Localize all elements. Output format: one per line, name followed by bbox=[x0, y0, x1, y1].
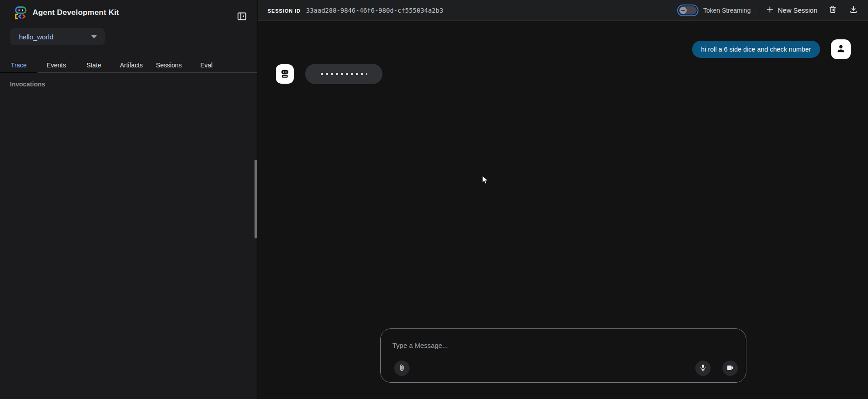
trash-icon bbox=[828, 5, 838, 16]
sidebar: Agent Development Kit hello_world Trace … bbox=[0, 0, 257, 399]
topbar-actions: Token Streaming New Session bbox=[677, 4, 860, 17]
robot-icon bbox=[279, 67, 291, 81]
agent-select-dropdown[interactable]: hello_world bbox=[10, 28, 105, 45]
adk-robot-logo-icon bbox=[14, 5, 28, 20]
chevron-down-icon bbox=[91, 35, 97, 38]
collapse-panel-button[interactable] bbox=[235, 10, 249, 24]
token-streaming-label: Token Streaming bbox=[703, 7, 750, 14]
mic-button[interactable] bbox=[695, 361, 711, 376]
adk-app: Agent Development Kit hello_world Trace … bbox=[0, 0, 868, 399]
tab-eval[interactable]: Eval bbox=[188, 57, 225, 73]
toggle-dash-icon bbox=[681, 10, 685, 11]
invocations-section-label: Invocations bbox=[10, 81, 45, 88]
videocam-icon bbox=[726, 363, 735, 374]
new-session-label: New Session bbox=[778, 6, 817, 14]
token-streaming-toggle[interactable] bbox=[677, 5, 698, 16]
video-button[interactable] bbox=[722, 361, 738, 376]
sidebar-header: Agent Development Kit bbox=[0, 0, 257, 26]
agent-select-value: hello_world bbox=[19, 33, 91, 41]
agent-message-row bbox=[276, 64, 382, 84]
collapse-panel-icon bbox=[236, 11, 247, 23]
tab-sessions[interactable]: Sessions bbox=[150, 57, 188, 73]
person-icon bbox=[835, 43, 847, 56]
plus-icon bbox=[765, 5, 774, 15]
session-id-value: 33aad288-9846-46f6-980d-cf555034a2b3 bbox=[306, 7, 443, 14]
sidebar-scrollbar-thumb[interactable] bbox=[255, 160, 257, 238]
message-input[interactable] bbox=[392, 337, 664, 353]
tab-events[interactable]: Events bbox=[38, 57, 75, 73]
session-id-label: SESSION ID bbox=[268, 8, 301, 14]
user-message-bubble: hi roll a 6 side dice and check number bbox=[692, 41, 820, 58]
chat-area: hi roll a 6 side dice and check number bbox=[258, 21, 868, 399]
toggle-track bbox=[679, 6, 697, 14]
sidebar-tabs: Trace Events State Artifacts Sessions Ev… bbox=[0, 57, 257, 73]
typing-indicator bbox=[305, 64, 382, 84]
tab-trace[interactable]: Trace bbox=[0, 57, 38, 73]
new-session-button[interactable]: New Session bbox=[765, 5, 817, 15]
user-avatar bbox=[831, 39, 851, 59]
session-info: SESSION ID 33aad288-9846-46f6-980d-cf555… bbox=[268, 7, 443, 14]
paperclip-icon bbox=[397, 363, 406, 374]
user-message-row: hi roll a 6 side dice and check number bbox=[692, 39, 851, 59]
agent-avatar bbox=[276, 64, 294, 84]
mouse-cursor bbox=[481, 175, 491, 187]
tab-artifacts[interactable]: Artifacts bbox=[113, 57, 150, 73]
app-title: Agent Development Kit bbox=[33, 8, 119, 17]
topbar-divider bbox=[758, 5, 758, 16]
delete-session-button[interactable] bbox=[826, 4, 839, 17]
message-input-container bbox=[380, 328, 746, 383]
download-icon bbox=[849, 5, 859, 16]
mic-icon bbox=[698, 363, 708, 374]
export-session-button[interactable] bbox=[847, 4, 860, 17]
attach-file-button[interactable] bbox=[394, 361, 410, 376]
toggle-thumb bbox=[679, 7, 687, 14]
tab-state[interactable]: State bbox=[75, 57, 113, 73]
topbar: SESSION ID 33aad288-9846-46f6-980d-cf555… bbox=[258, 0, 868, 21]
